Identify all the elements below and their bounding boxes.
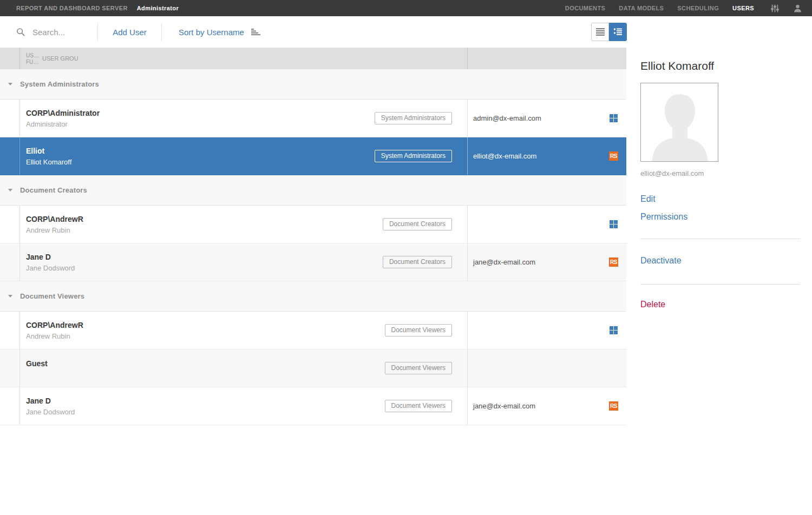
user-row[interactable]: Jane D Jane Dodsword Document Viewers ja… xyxy=(0,387,626,425)
app-title: REPORT AND DASHBOARD SERVER xyxy=(16,5,128,11)
header-username: USERNAME xyxy=(26,52,40,58)
user-row[interactable]: CORP\AndrewR Andrew Rubin Document Viewe… xyxy=(0,312,626,349)
username: Guest xyxy=(26,359,48,368)
panel-divider xyxy=(640,239,800,239)
row-names: CORP\Administrator Administrator xyxy=(26,109,100,128)
row-expand-column xyxy=(0,243,20,281)
nav-item-documents[interactable]: DOCUMENTS xyxy=(565,5,606,11)
nav-item-scheduling[interactable]: SCHEDULING xyxy=(677,5,719,11)
row-names: Jane D Jane Dodsword xyxy=(26,253,75,272)
group-row[interactable]: Document Viewers xyxy=(0,281,626,312)
user-detail-panel: Elliot Komaroff elliot@dx-email.com Edit… xyxy=(626,48,812,515)
avatar xyxy=(640,83,718,162)
windows-icon xyxy=(610,114,618,123)
user-row[interactable]: Guest Document Viewers RS xyxy=(0,349,626,387)
search-input[interactable] xyxy=(31,27,91,37)
row-expand-column xyxy=(0,206,20,243)
user-list: USERNAME FULL NAME USER GROUPS System Ad… xyxy=(0,48,626,515)
profile-icon[interactable] xyxy=(793,4,802,13)
table-header: USERNAME FULL NAME USER GROUPS xyxy=(0,48,626,69)
chevron-down-icon[interactable] xyxy=(8,295,12,298)
header-user-groups: USER GROUPS xyxy=(42,55,78,62)
content: USERNAME FULL NAME USER GROUPS System Ad… xyxy=(0,48,812,515)
add-user-button[interactable]: Add User xyxy=(98,28,161,37)
simple-list-icon xyxy=(596,28,605,36)
full-name: Andrew Rubin xyxy=(26,332,83,340)
group-row[interactable]: System Administrators xyxy=(0,69,626,100)
current-user-label: Administrator xyxy=(137,5,179,11)
toolbar: Add User Sort by Username xyxy=(0,16,812,48)
detailed-list-icon xyxy=(614,28,622,36)
row-main-column: Jane D Jane Dodsword Document Viewers xyxy=(20,387,468,425)
deactivate-link[interactable]: Deactivate xyxy=(640,256,682,266)
group-badge: Document Creators xyxy=(383,256,452,268)
header-name-labels: USERNAME FULL NAME xyxy=(26,52,40,65)
windows-icon xyxy=(610,326,618,335)
email: jane@dx-email.com xyxy=(473,258,535,266)
sort-ascending-icon[interactable] xyxy=(251,29,261,36)
detail-title: Elliot Komaroff xyxy=(640,60,800,72)
group-badge: System Administrators xyxy=(375,112,452,124)
user-row[interactable]: CORP\AndrewR Andrew Rubin Document Creat… xyxy=(0,206,626,243)
row-email-column: jane@dx-email.com RS xyxy=(468,387,626,425)
group-row[interactable]: Document Creators xyxy=(0,175,626,206)
username: CORP\AndrewR xyxy=(26,215,83,223)
group-chevron-col xyxy=(0,83,20,85)
row-expand-column xyxy=(0,387,20,425)
row-expand-column xyxy=(0,349,20,387)
permissions-link[interactable]: Permissions xyxy=(640,212,687,222)
row-email-column: elliot@dx-email.com RS xyxy=(468,137,626,175)
email: elliot@dx-email.com xyxy=(473,152,536,160)
user-row[interactable]: Elliot Elliot Komaroff System Administra… xyxy=(0,137,626,175)
full-name: Jane Dodsword xyxy=(26,264,75,272)
sort-label: Sort by Username xyxy=(179,28,244,37)
detailed-list-view-button[interactable] xyxy=(609,23,627,41)
group-badge: Document Viewers xyxy=(385,362,453,374)
detail-email: elliot@dx-email.com xyxy=(640,169,800,177)
full-name: Administrator xyxy=(26,120,100,128)
nav-item-users[interactable]: USERS xyxy=(732,5,754,11)
user-row[interactable]: Jane D Jane Dodsword Document Creators j… xyxy=(0,243,626,281)
sort-by-username-button[interactable]: Sort by Username xyxy=(162,28,275,37)
row-main-column: Elliot Elliot Komaroff System Administra… xyxy=(20,137,468,175)
full-name xyxy=(26,371,48,378)
settings-sliders-icon[interactable] xyxy=(770,4,780,13)
rs-icon: RS xyxy=(609,258,618,267)
chevron-down-icon[interactable] xyxy=(8,83,12,85)
search-box xyxy=(0,27,97,37)
username: CORP\Administrator xyxy=(26,109,100,117)
full-name: Andrew Rubin xyxy=(26,226,83,234)
row-email-column: jane@dx-email.com RS xyxy=(468,243,626,281)
group-badge: Document Viewers xyxy=(385,400,453,412)
group-badge: Document Creators xyxy=(383,218,452,230)
row-names: CORP\AndrewR Andrew Rubin xyxy=(26,215,83,234)
row-expand-column xyxy=(0,312,20,349)
header-expand-column xyxy=(0,48,20,69)
header-main-column: USERNAME FULL NAME USER GROUPS xyxy=(20,48,468,69)
chevron-down-icon[interactable] xyxy=(8,189,12,192)
edit-link[interactable]: Edit xyxy=(640,194,656,204)
row-expand-column xyxy=(0,137,20,175)
username: Jane D xyxy=(26,397,75,405)
user-row[interactable]: CORP\Administrator Administrator System … xyxy=(0,100,626,137)
row-main-column: CORP\AndrewR Andrew Rubin Document Viewe… xyxy=(20,312,468,349)
nav-item-data-models[interactable]: DATA MODELS xyxy=(619,5,664,11)
group-label: Document Viewers xyxy=(20,292,84,300)
full-name: Jane Dodsword xyxy=(26,408,75,416)
row-email-column: RS xyxy=(468,206,626,243)
row-names: Elliot Elliot Komaroff xyxy=(26,147,71,166)
simple-list-view-button[interactable] xyxy=(591,23,609,41)
row-names: CORP\AndrewR Andrew Rubin xyxy=(26,321,83,340)
group-label: System Administrators xyxy=(20,80,99,88)
group-chevron-col xyxy=(0,189,20,192)
delete-link[interactable]: Delete xyxy=(640,300,665,309)
username: Jane D xyxy=(26,253,75,261)
row-email-column: RS xyxy=(468,312,626,349)
username: Elliot xyxy=(26,147,71,155)
group-badge: System Administrators xyxy=(375,150,452,162)
row-main-column: Jane D Jane Dodsword Document Creators xyxy=(20,243,468,281)
header-full-name: FULL NAME xyxy=(26,59,40,65)
row-main-column: Guest Document Viewers xyxy=(20,349,468,387)
email: jane@dx-email.com xyxy=(473,402,535,410)
top-nav: DOCUMENTS DATA MODELS SCHEDULING USERS xyxy=(565,4,802,13)
